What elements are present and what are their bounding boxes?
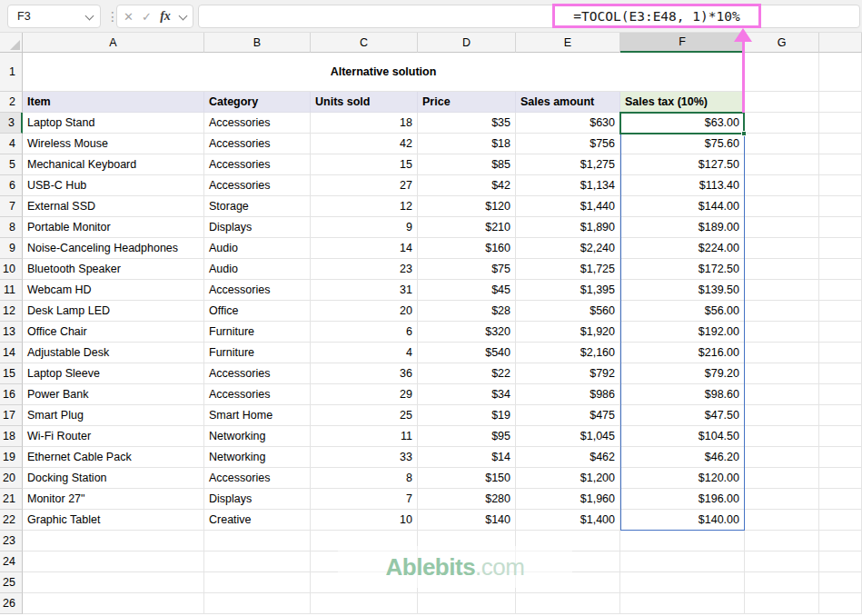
cell-D21[interactable]: $280: [418, 489, 516, 510]
cell-header-F2[interactable]: Sales tax (10%): [620, 92, 745, 113]
cell-G21[interactable]: [745, 489, 819, 510]
row-header-17[interactable]: 17: [0, 405, 23, 426]
cell-H7[interactable]: [819, 196, 862, 217]
cell-B20[interactable]: Accessories: [204, 468, 311, 489]
row-header-8[interactable]: 8: [0, 217, 23, 238]
cell-F15[interactable]: $79.20: [620, 363, 745, 384]
cell-D4[interactable]: $18: [418, 134, 516, 154]
row-header-2[interactable]: 2: [0, 92, 23, 113]
row-header-12[interactable]: 12: [0, 301, 23, 322]
cell-D22[interactable]: $140: [418, 510, 516, 531]
col-header-G[interactable]: G: [745, 33, 819, 53]
cell-A17[interactable]: Smart Plug: [23, 405, 204, 426]
cell-G7[interactable]: [745, 196, 819, 217]
row-header-25[interactable]: 25: [0, 572, 23, 593]
cell-E26[interactable]: [516, 593, 620, 614]
cell-B19[interactable]: Networking: [204, 447, 311, 468]
cell-H19[interactable]: [819, 447, 862, 468]
row-header-4[interactable]: 4: [0, 134, 23, 154]
cell-D17[interactable]: $19: [418, 405, 516, 426]
cell-B25[interactable]: [204, 572, 311, 593]
cell-A5[interactable]: Mechanical Keyboard: [23, 154, 204, 175]
cell-B16[interactable]: Accessories: [204, 384, 311, 405]
cell-H5[interactable]: [819, 154, 862, 175]
col-header-E[interactable]: E: [516, 33, 620, 53]
row-header-1[interactable]: 1: [0, 53, 23, 92]
cell-C10[interactable]: 23: [311, 259, 418, 280]
cell-C20[interactable]: 8: [311, 468, 418, 489]
cell-G14[interactable]: [745, 343, 819, 363]
cell-C17[interactable]: 25: [311, 405, 418, 426]
cell-G25[interactable]: [745, 572, 819, 593]
cell-A24[interactable]: [23, 551, 204, 572]
cell-G13[interactable]: [745, 322, 819, 343]
cell-A11[interactable]: Webcam HD: [23, 280, 204, 301]
cell-H1[interactable]: [819, 53, 862, 92]
cell-F10[interactable]: $172.50: [620, 259, 745, 280]
cell-A23[interactable]: [23, 531, 204, 551]
cell-B6[interactable]: Accessories: [204, 175, 311, 196]
cell-H22[interactable]: [819, 510, 862, 531]
cell-H11[interactable]: [819, 280, 862, 301]
cell-C16[interactable]: 29: [311, 384, 418, 405]
cell-E11[interactable]: $1,395: [516, 280, 620, 301]
cell-G22[interactable]: [745, 510, 819, 531]
cell-E4[interactable]: $756: [516, 134, 620, 154]
row-header-6[interactable]: 6: [0, 175, 23, 196]
cell-B13[interactable]: Furniture: [204, 322, 311, 343]
cell-C5[interactable]: 15: [311, 154, 418, 175]
cell-C13[interactable]: 6: [311, 322, 418, 343]
cell-H25[interactable]: [819, 572, 862, 593]
cell-E3[interactable]: $630: [516, 113, 620, 134]
cell-C9[interactable]: 14: [311, 238, 418, 259]
row-header-16[interactable]: 16: [0, 384, 23, 405]
cell-A18[interactable]: Wi-Fi Router: [23, 426, 204, 447]
cell-F17[interactable]: $47.50: [620, 405, 745, 426]
cell-H8[interactable]: [819, 217, 862, 238]
cell-A15[interactable]: Laptop Sleeve: [23, 363, 204, 384]
cell-G4[interactable]: [745, 134, 819, 154]
row-header-24[interactable]: 24: [0, 551, 23, 572]
name-box[interactable]: F3: [7, 5, 101, 28]
cell-F19[interactable]: $46.20: [620, 447, 745, 468]
cell-F11[interactable]: $139.50: [620, 280, 745, 301]
cell-B18[interactable]: Networking: [204, 426, 311, 447]
row-header-19[interactable]: 19: [0, 447, 23, 468]
cancel-icon[interactable]: ✕: [124, 10, 134, 24]
cell-A19[interactable]: Ethernet Cable Pack: [23, 447, 204, 468]
cell-G16[interactable]: [745, 384, 819, 405]
cell-G19[interactable]: [745, 447, 819, 468]
cell-G2[interactable]: [745, 92, 819, 113]
cell-D19[interactable]: $14: [418, 447, 516, 468]
cell-header-E2[interactable]: Sales amount: [516, 92, 620, 113]
row-header-26[interactable]: 26: [0, 593, 23, 614]
row-header-15[interactable]: 15: [0, 363, 23, 384]
cell-D18[interactable]: $95: [418, 426, 516, 447]
cell-H9[interactable]: [819, 238, 862, 259]
cell-D7[interactable]: $120: [418, 196, 516, 217]
cell-D9[interactable]: $160: [418, 238, 516, 259]
cell-E12[interactable]: $560: [516, 301, 620, 322]
cell-G10[interactable]: [745, 259, 819, 280]
select-all-corner[interactable]: [0, 33, 23, 53]
cell-F16[interactable]: $98.60: [620, 384, 745, 405]
cell-G9[interactable]: [745, 238, 819, 259]
cell-H15[interactable]: [819, 363, 862, 384]
cell-B10[interactable]: Audio: [204, 259, 311, 280]
cell-E7[interactable]: $1,440: [516, 196, 620, 217]
cell-E24[interactable]: [516, 551, 620, 572]
cell-H2[interactable]: [819, 92, 862, 113]
cell-title-A1[interactable]: Alternative solution: [23, 53, 745, 92]
cell-G3[interactable]: [745, 113, 819, 134]
cell-D14[interactable]: $540: [418, 343, 516, 363]
cell-E18[interactable]: $1,045: [516, 426, 620, 447]
formula-input[interactable]: [198, 5, 860, 28]
cell-C24[interactable]: [311, 551, 418, 572]
cell-A20[interactable]: Docking Station: [23, 468, 204, 489]
row-header-5[interactable]: 5: [0, 154, 23, 175]
cell-B11[interactable]: Accessories: [204, 280, 311, 301]
cell-B24[interactable]: [204, 551, 311, 572]
row-header-23[interactable]: 23: [0, 531, 23, 551]
cell-H4[interactable]: [819, 134, 862, 154]
cell-G8[interactable]: [745, 217, 819, 238]
